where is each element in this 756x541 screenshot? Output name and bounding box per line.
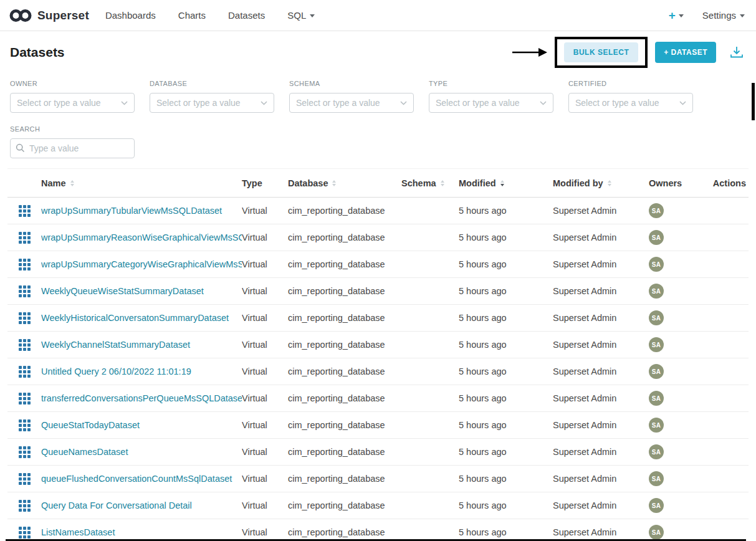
dataset-modified-by: Superset Admin	[553, 447, 648, 457]
select-placeholder: Select or type a value	[156, 98, 241, 108]
navbar-right: + Settings	[669, 9, 745, 21]
dataset-type: Virtual	[242, 474, 288, 484]
nav-item-sql[interactable]: SQL	[287, 10, 315, 21]
owner-avatar: SA	[649, 418, 664, 433]
dataset-modified: 5 hours ago	[459, 206, 553, 216]
dataset-table-icon	[19, 312, 31, 324]
filter-certified: CERTIFIED Select or type a value	[568, 80, 693, 113]
table-row: WeeklyQueueWiseStatSummaryDataset Virtua…	[7, 278, 749, 305]
filter-owner-select[interactable]: Select or type a value	[10, 93, 135, 113]
filter-schema-select[interactable]: Select or type a value	[289, 93, 414, 113]
nav-item-sql-label: SQL	[287, 10, 306, 21]
column-header-schema[interactable]: Schema	[401, 178, 459, 188]
dataset-modified-by: Superset Admin	[553, 340, 648, 350]
dataset-name-link[interactable]: WeeklyQueueWiseStatSummaryDataset	[41, 286, 204, 296]
dataset-name-link[interactable]: ListNamesDataset	[41, 527, 115, 537]
dataset-name-link[interactable]: transferredConversationsPerQueueMsSQLDat…	[41, 393, 242, 403]
select-placeholder: Select or type a value	[17, 98, 101, 108]
owner-avatar: SA	[649, 444, 664, 459]
table-body: wrapUpSummaryTubularViewMsSQLDataset Vir…	[7, 198, 749, 541]
dataset-type: Virtual	[242, 420, 288, 430]
dataset-name-link[interactable]: Untitled Query 2 06/10/2022 11:01:19	[41, 366, 191, 376]
annotation-highlight-box: BULK SELECT	[555, 37, 648, 68]
owner-avatar: SA	[649, 257, 664, 272]
dataset-name-link[interactable]: QueueNamesDataset	[41, 447, 128, 457]
dataset-modified-by: Superset Admin	[553, 206, 648, 216]
dataset-modified-by: Superset Admin	[553, 259, 648, 269]
filter-certified-label: CERTIFIED	[568, 80, 693, 87]
nav-item-datasets[interactable]: Datasets	[228, 10, 265, 21]
dataset-modified: 5 hours ago	[459, 286, 553, 296]
settings-menu-button[interactable]: Settings	[702, 10, 745, 21]
sort-desc-icon	[500, 180, 504, 186]
chevron-down-icon	[310, 14, 315, 17]
chevron-down-icon	[400, 101, 407, 105]
owner-avatar: SA	[649, 391, 664, 406]
filter-type-select[interactable]: Select or type a value	[429, 93, 553, 113]
dataset-type: Virtual	[242, 286, 288, 296]
dataset-type: Virtual	[242, 232, 288, 242]
dataset-name-link[interactable]: queueFlushedConversationCountMsSqlDatase…	[41, 474, 232, 484]
owner-avatar: SA	[649, 230, 664, 245]
table-row: ListNamesDataset Virtual cim_reporting_d…	[7, 519, 749, 541]
nav-item-dashboards[interactable]: Dashboards	[105, 10, 156, 21]
dataset-type: Virtual	[242, 206, 288, 216]
dataset-name-link[interactable]: QueueStatTodayDataset	[41, 420, 140, 430]
dataset-modified: 5 hours ago	[459, 232, 553, 242]
column-label: Schema	[401, 178, 436, 188]
dataset-type: Virtual	[242, 527, 288, 537]
dataset-type: Virtual	[242, 393, 288, 403]
table-row: queueFlushedConversationCountMsSqlDatase…	[7, 466, 749, 492]
table-row: wrapUpSummaryReasonWiseGraphicalViewMsSQ…	[7, 224, 749, 251]
owner-avatar: SA	[649, 471, 664, 486]
column-header-database[interactable]: Database	[288, 178, 401, 188]
sort-icon	[608, 180, 611, 186]
dataset-name-link[interactable]: WeeklyHistoricalConversatonSummaryDatase…	[41, 313, 229, 323]
column-label: Name	[41, 178, 66, 188]
dataset-name-link[interactable]: wrapUpSummaryCategoryWiseGraphicalViewMs…	[41, 259, 242, 269]
new-menu-button[interactable]: +	[669, 9, 684, 21]
dataset-database: cim_reporting_database	[288, 420, 401, 430]
search-input[interactable]	[10, 138, 135, 158]
bulk-select-button[interactable]: BULK SELECT	[564, 42, 639, 62]
table-row: WeeklyHistoricalConversatonSummaryDatase…	[7, 305, 749, 332]
dataset-type: Virtual	[242, 259, 288, 269]
add-dataset-button[interactable]: + DATASET	[655, 42, 716, 63]
table-row: QueueStatTodayDataset Virtual cim_report…	[7, 412, 749, 439]
dataset-modified-by: Superset Admin	[553, 393, 648, 403]
dataset-name-link[interactable]: wrapUpSummaryReasonWiseGraphicalViewMsSQ…	[41, 232, 242, 242]
table-row: transferredConversationsPerQueueMsSQLDat…	[7, 385, 749, 412]
dataset-database: cim_reporting_database	[288, 447, 401, 457]
sort-icon	[441, 180, 444, 186]
vertical-scrollbar-thumb[interactable]	[752, 83, 755, 120]
table-header-row: Name Type Database Schema Modified Modif…	[7, 169, 749, 198]
sort-icon	[70, 180, 74, 186]
column-header-name[interactable]: Name	[41, 178, 242, 188]
dataset-modified: 5 hours ago	[459, 259, 553, 269]
dataset-name-link[interactable]: WeeklyChannelStatSummaryDataset	[41, 340, 190, 350]
dataset-name-link[interactable]: wrapUpSummaryTubularViewMsSQLDataset	[41, 206, 222, 216]
column-header-modified-by[interactable]: Modified by	[553, 178, 648, 188]
dataset-table-icon	[19, 232, 31, 244]
filter-certified-select[interactable]: Select or type a value	[568, 93, 693, 113]
filter-type-label: TYPE	[429, 80, 553, 87]
owner-avatar: SA	[649, 310, 664, 325]
dataset-database: cim_reporting_database	[288, 286, 401, 296]
page-title: Datasets	[10, 45, 65, 60]
dataset-modified: 5 hours ago	[459, 420, 553, 430]
filter-database-select[interactable]: Select or type a value	[150, 93, 274, 113]
dataset-type: Virtual	[242, 447, 288, 457]
dataset-modified: 5 hours ago	[459, 340, 553, 350]
table-row: wrapUpSummaryTubularViewMsSQLDataset Vir…	[7, 198, 749, 224]
export-datasets-button[interactable]	[727, 44, 746, 61]
column-header-modified[interactable]: Modified	[459, 178, 553, 188]
dataset-name-link[interactable]: Query Data For Conversational Detail	[41, 500, 192, 510]
nav-item-charts[interactable]: Charts	[178, 10, 206, 21]
header-actions: BULK SELECT + DATASET	[512, 37, 746, 68]
download-icon	[730, 46, 744, 59]
superset-logo[interactable]: Superset	[9, 8, 89, 23]
dataset-type: Virtual	[242, 366, 288, 376]
dataset-database: cim_reporting_database	[288, 393, 401, 403]
page-header: Datasets BULK SELECT + DATASET	[0, 31, 756, 74]
filter-database: DATABASE Select or type a value	[150, 80, 274, 113]
